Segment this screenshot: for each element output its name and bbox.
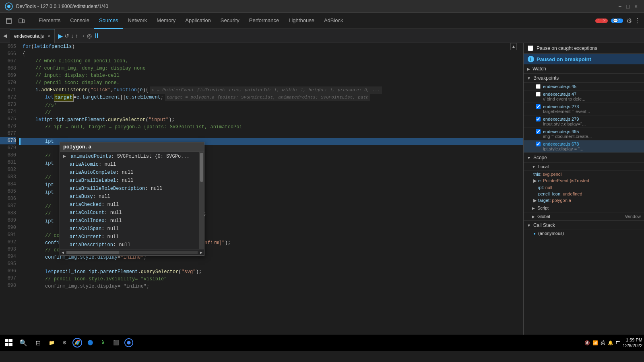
bp-sub-47: // bind event to dele... <box>536 97 640 101</box>
scope-ipt: ipt: null <box>524 184 644 191</box>
autocomplete-item-ariaBrailleRoleDescription[interactable]: ariaBrailleRoleDescription: null <box>60 185 204 193</box>
tab-sources[interactable]: Sources <box>94 13 123 29</box>
autocomplete-item-animatedPoints[interactable]: ▶ animatedPoints: SVGPointList {0: SVGPo… <box>60 152 204 160</box>
more-icon[interactable]: ⋮ <box>634 17 641 25</box>
watch-label: Watch <box>533 66 546 72</box>
close-button[interactable]: × <box>633 3 639 10</box>
chrome2-taskbar-button[interactable] <box>122 336 135 349</box>
code-line-669: // input: display: table-cell <box>19 72 523 79</box>
svg-rect-4 <box>19 19 23 23</box>
tab-memory[interactable]: Memory <box>152 13 180 29</box>
autocomplete-vscrollbar[interactable] <box>199 152 204 249</box>
volume-tray-icon[interactable]: 📶 <box>592 340 598 346</box>
bp-checkbox-45[interactable] <box>536 84 541 89</box>
debug-step-into-icon[interactable]: ↓ <box>71 33 74 39</box>
tab-application[interactable]: Application <box>180 13 216 29</box>
panel-toggle-icon[interactable]: ◀ <box>3 33 7 39</box>
paused-label: Paused on breakpoint <box>537 56 591 62</box>
inspect-icon[interactable] <box>3 15 14 27</box>
bp-checkbox-495[interactable] <box>536 129 541 134</box>
explorer-button[interactable]: 📁 <box>45 336 58 349</box>
autocomplete-item-ariaCurrent[interactable]: ariaCurrent: null <box>60 233 204 241</box>
settings-taskbar-button[interactable]: ⚙ <box>58 336 71 349</box>
title-bar: DevTools - 127.0.0.1:8000/editstudent/1/… <box>0 0 644 13</box>
debug-resume-icon[interactable]: ▶ <box>58 32 63 40</box>
search-button[interactable]: 🔍 <box>16 335 31 350</box>
code-line-696: let pencil_icon = ipt.parentElement.quer… <box>19 268 523 276</box>
taskview-button[interactable]: ⊟ <box>31 335 45 350</box>
tab-lighthouse[interactable]: Lighthouse <box>284 13 319 29</box>
call-stack-section-header[interactable]: ▼ Call Stack <box>524 221 644 230</box>
autocomplete-item-ariaBusy[interactable]: ariaBusy: null <box>60 193 204 201</box>
hscroll-left-button[interactable]: ◀ <box>60 250 66 255</box>
right-panel: Pause on caught exceptions i Paused on b… <box>523 43 644 351</box>
autocomplete-item-ariaAtomic[interactable]: ariaAtomic: null <box>60 160 204 169</box>
debug-step-over-icon[interactable]: ↺ <box>64 33 69 39</box>
notification-icon[interactable]: 🔔 <box>608 340 613 346</box>
debug-pause-icon[interactable]: ⏸ <box>93 32 100 39</box>
autocomplete-item-ariaColIndex[interactable]: ariaColIndex: null <box>60 217 204 225</box>
scroll-up-button[interactable]: ▲ <box>510 43 517 50</box>
debug-step-out-icon[interactable]: ↑ <box>75 33 78 39</box>
autocomplete-item-ariaDescription[interactable]: ariaDescription: null <box>60 241 204 249</box>
autocomplete-item-ariaColSpan[interactable]: ariaColSpan: null <box>60 225 204 233</box>
tab-performance[interactable]: Performance <box>244 13 284 29</box>
bp-checkbox-47[interactable] <box>536 92 541 97</box>
bp-item-678: endexecute.js:678 ipt.style.display = ".… <box>524 140 644 153</box>
device-icon[interactable] <box>16 15 27 27</box>
code-editor[interactable]: ▲ 665 666 667 668 669 670 671 672 673 67… <box>0 43 523 351</box>
show-desktop-icon[interactable]: 🗔 <box>616 340 620 345</box>
debug-breakpoints-icon[interactable]: ◎ <box>87 33 92 39</box>
scope-section-header[interactable]: ▼ Scope <box>524 153 644 162</box>
watch-section-header[interactable]: ▶ Watch <box>524 64 644 74</box>
autocomplete-item-ariaBrailleLabel[interactable]: ariaBrailleLabel: null <box>60 177 204 185</box>
tab-network[interactable]: Network <box>123 13 152 29</box>
main-content: ▲ 665 666 667 668 669 670 671 672 673 67… <box>0 43 644 351</box>
pause-exceptions-section: Pause on caught exceptions <box>524 43 644 54</box>
devtools-taskbar-button[interactable]: 🔵 <box>84 336 97 349</box>
bp-checkbox-678[interactable] <box>536 142 541 146</box>
tab-security[interactable]: Security <box>216 13 244 29</box>
maximize-button[interactable]: □ <box>625 3 631 10</box>
file-tab-close[interactable]: × <box>48 34 50 38</box>
bp-checkbox-273[interactable] <box>536 104 541 109</box>
scope-e[interactable]: ▶e: PointerEvent {isTrusted <box>524 177 644 184</box>
debug-step-icon[interactable]: → <box>80 33 85 39</box>
pause-checkbox[interactable] <box>528 45 533 51</box>
lambda-taskbar-button[interactable]: λ <box>97 336 109 349</box>
global-chevron: ▶ <box>532 214 535 219</box>
autocomplete-popup[interactable]: polygon.a ▶ animatedPoints: SVGPointList… <box>60 142 204 256</box>
local-scope-header[interactable]: ▼ Local <box>524 162 644 171</box>
chrome-taskbar-button[interactable] <box>71 336 84 349</box>
devtools-icon <box>5 2 13 10</box>
file-tabs: ◀ endexecute.js × ▶ ↺ ↓ ↑ → ◎ ⏸ <box>0 29 644 43</box>
hscroll-track <box>66 251 198 254</box>
script-scope-header[interactable]: ▶ Script <box>524 204 644 212</box>
autocomplete-item-ariaChecked[interactable]: ariaChecked: null <box>60 201 204 209</box>
hscroll-right-button[interactable]: ▶ <box>198 250 204 255</box>
tab-adblock[interactable]: AdBlock <box>319 13 348 29</box>
breakpoints-list: endexecute.js:45 endexecute.js:47 // bin… <box>524 83 644 153</box>
start-button[interactable] <box>2 335 16 350</box>
autocomplete-item-ariaColCount[interactable]: ariaColCount: null <box>60 209 204 217</box>
autocomplete-item-ariaAutoComplete[interactable]: ariaAutoComplete: null <box>60 169 204 177</box>
tab-elements[interactable]: Elements <box>34 13 65 29</box>
right-panel-content[interactable]: ▶ Watch ▼ Breakpoints endexecute.js:45 <box>524 64 644 351</box>
breakpoints-section-header[interactable]: ▼ Breakpoints <box>524 74 644 83</box>
bp-checkbox-279[interactable] <box>536 117 541 121</box>
settings-icon[interactable]: ⚙ <box>626 17 632 25</box>
time-display: 1:59 PM <box>623 337 642 343</box>
tab-console[interactable]: Console <box>65 13 94 29</box>
network-tray-icon[interactable]: 🔇 <box>584 340 590 346</box>
script-chevron: ▶ <box>532 206 535 210</box>
global-scope-header[interactable]: ▶ Global Window <box>524 212 644 221</box>
file-tab-endexecute[interactable]: endexecute.js × <box>10 29 55 43</box>
script-label: Script <box>537 206 549 210</box>
code-line-695 <box>19 261 523 268</box>
minimize-button[interactable]: − <box>617 3 623 10</box>
scope-target[interactable]: ▶target: polygon.a <box>524 197 644 204</box>
orange-app-button[interactable]: ⬛ <box>109 336 122 349</box>
lang-indicator[interactable]: 英 <box>601 339 605 346</box>
call-stack-anonymous[interactable]: ● (anonymous) <box>524 230 644 237</box>
svg-rect-8 <box>5 343 8 346</box>
